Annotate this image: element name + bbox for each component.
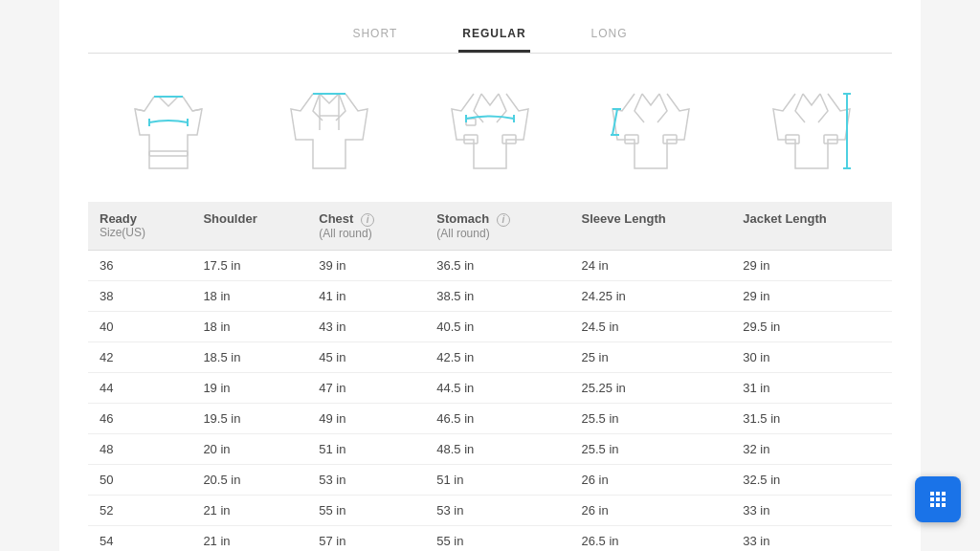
- cell-sleeve: 24.25 in: [570, 280, 732, 311]
- cell-chest: 41 in: [307, 280, 425, 311]
- table-header-row: Ready Size(US) Shoulder Chest i (All rou…: [88, 202, 892, 250]
- garment-shirt: [116, 82, 221, 178]
- cell-size: 52: [88, 495, 191, 525]
- cell-size: 42: [88, 342, 191, 372]
- table-row: 4218.5 in45 in42.5 in25 in30 in: [88, 342, 892, 372]
- cell-shoulder: 21 in: [191, 525, 307, 551]
- table-row: 5221 in55 in53 in26 in33 in: [88, 495, 892, 525]
- table-row: 5020.5 in53 in51 in26 in32.5 in: [88, 464, 892, 495]
- garment-jacket-stomach: [598, 82, 703, 178]
- svg-rect-2: [149, 151, 188, 156]
- garment-jacket-slim: [277, 82, 382, 178]
- cell-stomach: 55 in: [425, 525, 569, 551]
- cell-size: 50: [88, 464, 191, 495]
- cell-size: 36: [88, 250, 191, 280]
- cell-jacket: 29 in: [731, 250, 892, 280]
- cell-shoulder: 17.5 in: [191, 250, 307, 280]
- cell-chest: 51 in: [307, 433, 425, 464]
- tab-regular[interactable]: REGULAR: [458, 19, 529, 53]
- cell-chest: 55 in: [307, 495, 425, 525]
- cell-shoulder: 20.5 in: [191, 464, 307, 495]
- cell-chest: 43 in: [307, 311, 425, 342]
- cell-jacket: 29 in: [731, 280, 892, 311]
- table-row: 4619.5 in49 in46.5 in25.5 in31.5 in: [88, 403, 892, 433]
- cell-stomach: 44.5 in: [425, 372, 569, 403]
- cell-size: 40: [88, 311, 191, 342]
- table-row: 5421 in57 in55 in26.5 in33 in: [88, 525, 892, 551]
- cell-stomach: 36.5 in: [425, 250, 569, 280]
- cell-shoulder: 18.5 in: [191, 342, 307, 372]
- table-row: 4018 in43 in40.5 in24.5 in29.5 in: [88, 311, 892, 342]
- garment-jacket-length: [759, 82, 864, 178]
- svg-rect-8: [466, 119, 476, 125]
- svg-line-1: [192, 109, 202, 111]
- cell-stomach: 38.5 in: [425, 280, 569, 311]
- col-header-stomach: Stomach i (All round): [425, 202, 569, 250]
- cell-sleeve: 26.5 in: [570, 525, 732, 551]
- cell-jacket: 31 in: [731, 372, 892, 403]
- garment-jacket-pockets: [437, 82, 543, 178]
- table-body: 3617.5 in39 in36.5 in24 in29 in3818 in41…: [88, 250, 892, 551]
- col-sub-chest: (All round): [319, 227, 413, 240]
- cell-sleeve: 24 in: [570, 250, 732, 280]
- cell-stomach: 51 in: [425, 464, 569, 495]
- cell-jacket: 32.5 in: [731, 464, 892, 495]
- page-container: SHORT REGULAR LONG: [59, 0, 921, 551]
- table-row: 3818 in41 in38.5 in24.25 in29 in: [88, 280, 892, 311]
- cell-chest: 53 in: [307, 464, 425, 495]
- cell-size: 38: [88, 280, 191, 311]
- cell-size: 48: [88, 433, 191, 464]
- cell-sleeve: 26 in: [570, 495, 732, 525]
- cell-size: 46: [88, 403, 191, 433]
- info-icon-chest[interactable]: i: [361, 213, 374, 227]
- cell-chest: 45 in: [307, 342, 425, 372]
- tab-long[interactable]: LONG: [588, 19, 632, 53]
- col-header-size: Ready Size(US): [88, 202, 191, 250]
- cell-sleeve: 25.5 in: [570, 433, 732, 464]
- cell-shoulder: 18 in: [191, 280, 307, 311]
- cell-jacket: 29.5 in: [731, 311, 892, 342]
- illustrations-row: [88, 73, 892, 192]
- col-header-sleeve: Sleeve Length: [570, 202, 732, 250]
- col-sub-stomach: (All round): [436, 227, 558, 240]
- cell-jacket: 31.5 in: [731, 403, 892, 433]
- tab-short[interactable]: SHORT: [348, 19, 401, 53]
- cell-size: 44: [88, 372, 191, 403]
- cell-shoulder: 19.5 in: [191, 403, 307, 433]
- cell-jacket: 30 in: [731, 342, 892, 372]
- cell-stomach: 48.5 in: [425, 433, 569, 464]
- cell-jacket: 33 in: [731, 525, 892, 551]
- tabs-bar: SHORT REGULAR LONG: [88, 19, 892, 54]
- table-row: 4419 in47 in44.5 in25.25 in31 in: [88, 372, 892, 403]
- col-header-chest: Chest i (All round): [307, 202, 425, 250]
- info-icon-stomach[interactable]: i: [497, 213, 510, 227]
- cell-sleeve: 24.5 in: [570, 311, 732, 342]
- cell-shoulder: 20 in: [191, 433, 307, 464]
- cell-size: 54: [88, 525, 191, 551]
- cell-jacket: 32 in: [731, 433, 892, 464]
- cell-shoulder: 19 in: [191, 372, 307, 403]
- cell-shoulder: 21 in: [191, 495, 307, 525]
- col-sub-size: Size(US): [100, 226, 180, 239]
- size-table: Ready Size(US) Shoulder Chest i (All rou…: [88, 202, 892, 551]
- cell-stomach: 40.5 in: [425, 311, 569, 342]
- cell-jacket: 33 in: [731, 495, 892, 525]
- table-row: 4820 in51 in48.5 in25.5 in32 in: [88, 433, 892, 464]
- cell-sleeve: 25 in: [570, 342, 732, 372]
- table-row: 3617.5 in39 in36.5 in24 in29 in: [88, 250, 892, 280]
- cell-stomach: 42.5 in: [425, 342, 569, 372]
- cell-shoulder: 18 in: [191, 311, 307, 342]
- svg-line-0: [135, 109, 145, 111]
- chat-button[interactable]: [915, 476, 961, 522]
- cell-chest: 49 in: [307, 403, 425, 433]
- cell-sleeve: 26 in: [570, 464, 732, 495]
- cell-stomach: 53 in: [425, 495, 569, 525]
- cell-sleeve: 25.5 in: [570, 403, 732, 433]
- cell-sleeve: 25.25 in: [570, 372, 732, 403]
- col-header-jacket: Jacket Length: [731, 202, 892, 250]
- cell-chest: 57 in: [307, 525, 425, 551]
- cell-stomach: 46.5 in: [425, 403, 569, 433]
- cell-chest: 39 in: [307, 250, 425, 280]
- col-header-shoulder: Shoulder: [191, 202, 307, 250]
- cell-chest: 47 in: [307, 372, 425, 403]
